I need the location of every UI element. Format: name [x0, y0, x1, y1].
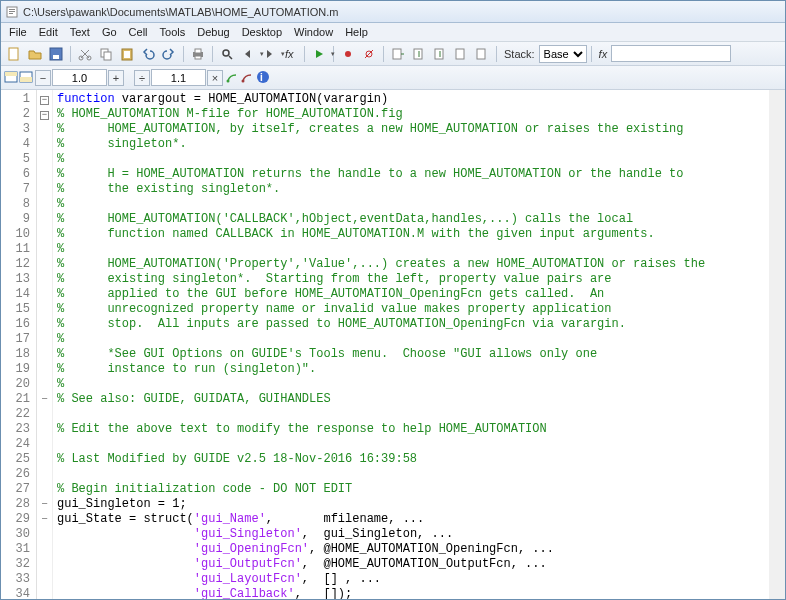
zoom-box-1[interactable] — [52, 69, 107, 86]
publish-settings-icon[interactable] — [240, 70, 254, 86]
code-line[interactable]: gui_Singleton = 1; — [57, 497, 765, 512]
menu-help[interactable]: Help — [339, 24, 374, 40]
fold-marker[interactable] — [37, 227, 52, 242]
code-line[interactable]: 'gui_LayoutFcn', [] , ... — [57, 572, 765, 587]
clear-breakpoint-icon[interactable] — [359, 44, 379, 64]
menu-cell[interactable]: Cell — [123, 24, 154, 40]
stack-select[interactable]: Base — [539, 45, 587, 63]
find-back-icon[interactable] — [238, 44, 258, 64]
code-line[interactable]: 'gui_Singleton', gui_Singleton, ... — [57, 527, 765, 542]
find-fwd-icon[interactable] — [259, 44, 279, 64]
code-line[interactable]: % Last Modified by GUIDE v2.5 18-Nov-201… — [57, 452, 765, 467]
fold-marker[interactable] — [37, 152, 52, 167]
save-icon[interactable] — [46, 44, 66, 64]
fold-marker[interactable] — [37, 527, 52, 542]
code-line[interactable]: % function named CALLBACK in HOME_AUTOMA… — [57, 227, 765, 242]
cell-mode-icon[interactable] — [4, 70, 18, 86]
fold-marker[interactable] — [37, 467, 52, 482]
fold-marker[interactable]: – — [37, 512, 52, 527]
vertical-scrollbar[interactable] — [769, 90, 785, 599]
fold-marker[interactable]: – — [37, 497, 52, 512]
code-line[interactable]: % Begin initialization code - DO NOT EDI… — [57, 482, 765, 497]
fold-marker[interactable]: − — [37, 92, 52, 107]
code-line[interactable]: function varargout = HOME_AUTOMATION(var… — [57, 92, 765, 107]
step-icon[interactable] — [388, 44, 408, 64]
fold-marker[interactable] — [37, 137, 52, 152]
fold-marker[interactable] — [37, 287, 52, 302]
help-icon[interactable]: i — [256, 70, 270, 86]
run-icon[interactable] — [309, 44, 329, 64]
code-line[interactable]: % existing singleton*. Starting from the… — [57, 272, 765, 287]
fold-marker[interactable]: – — [37, 392, 52, 407]
step-out-icon[interactable] — [430, 44, 450, 64]
fold-marker[interactable] — [37, 452, 52, 467]
exit-debug-icon[interactable] — [472, 44, 492, 64]
eval-cell-icon[interactable] — [19, 70, 33, 86]
fold-marker[interactable] — [37, 317, 52, 332]
fold-marker[interactable] — [37, 167, 52, 182]
fold-marker[interactable] — [37, 557, 52, 572]
zoom-box-2[interactable] — [151, 69, 206, 86]
undo-icon[interactable] — [138, 44, 158, 64]
code-line[interactable] — [57, 407, 765, 422]
code-line[interactable]: % — [57, 332, 765, 347]
code-line[interactable]: % applied to the GUI before HOME_AUTOMAT… — [57, 287, 765, 302]
code-line[interactable]: % See also: GUIDE, GUIDATA, GUIHANDLES — [57, 392, 765, 407]
code-line[interactable]: 'gui_Callback', []); — [57, 587, 765, 599]
fold-marker[interactable] — [37, 122, 52, 137]
fold-marker[interactable] — [37, 242, 52, 257]
code-line[interactable] — [57, 467, 765, 482]
fold-marker[interactable] — [37, 362, 52, 377]
fold-marker[interactable] — [37, 332, 52, 347]
fold-gutter[interactable]: −−––– — [37, 90, 53, 599]
code-line[interactable]: % — [57, 242, 765, 257]
code-line[interactable]: gui_State = struct('gui_Name', mfilename… — [57, 512, 765, 527]
fold-marker[interactable] — [37, 212, 52, 227]
menu-file[interactable]: File — [3, 24, 33, 40]
copy-icon[interactable] — [96, 44, 116, 64]
fold-marker[interactable] — [37, 302, 52, 317]
open-file-icon[interactable] — [25, 44, 45, 64]
set-breakpoint-icon[interactable] — [338, 44, 358, 64]
editor-area[interactable]: 1234567891011121314151617181920212223242… — [1, 90, 785, 599]
code-line[interactable]: % Edit the above text to modify the resp… — [57, 422, 765, 437]
fold-marker[interactable]: − — [37, 107, 52, 122]
fold-marker[interactable] — [37, 482, 52, 497]
redo-icon[interactable] — [159, 44, 179, 64]
paste-icon[interactable] — [117, 44, 137, 64]
code-line[interactable]: % the existing singleton*. — [57, 182, 765, 197]
fold-marker[interactable] — [37, 437, 52, 452]
code-line[interactable]: % — [57, 152, 765, 167]
menu-debug[interactable]: Debug — [191, 24, 235, 40]
fold-marker[interactable] — [37, 587, 52, 599]
code-line[interactable]: % unrecognized property name or invalid … — [57, 302, 765, 317]
fold-marker[interactable] — [37, 377, 52, 392]
code-line[interactable]: 'gui_OpeningFcn', @HOME_AUTOMATION_Openi… — [57, 542, 765, 557]
increment-zoom1[interactable]: + — [108, 70, 124, 86]
new-file-icon[interactable] — [4, 44, 24, 64]
code-line[interactable]: % HOME_AUTOMATION('CALLBACK',hObject,eve… — [57, 212, 765, 227]
code-line[interactable]: % *See GUI Options on GUIDE's Tools menu… — [57, 347, 765, 362]
menu-desktop[interactable]: Desktop — [236, 24, 288, 40]
fold-marker[interactable] — [37, 197, 52, 212]
code-line[interactable]: 'gui_OutputFcn', @HOME_AUTOMATION_Output… — [57, 557, 765, 572]
fold-marker[interactable] — [37, 257, 52, 272]
fold-marker[interactable] — [37, 572, 52, 587]
menu-text[interactable]: Text — [64, 24, 96, 40]
fold-marker[interactable] — [37, 422, 52, 437]
print-icon[interactable] — [188, 44, 208, 64]
code-line[interactable]: % HOME_AUTOMATION('Property','Value',...… — [57, 257, 765, 272]
menu-window[interactable]: Window — [288, 24, 339, 40]
fold-marker[interactable] — [37, 272, 52, 287]
fx-input[interactable] — [611, 45, 731, 62]
code-line[interactable]: % — [57, 197, 765, 212]
code-line[interactable] — [57, 437, 765, 452]
code-line[interactable]: % singleton*. — [57, 137, 765, 152]
multiply-zoom2[interactable]: × — [207, 70, 223, 86]
code-line[interactable]: % HOME_AUTOMATION M-file for HOME_AUTOMA… — [57, 107, 765, 122]
continue-icon[interactable] — [451, 44, 471, 64]
code-pane[interactable]: function varargout = HOME_AUTOMATION(var… — [53, 90, 769, 599]
cut-icon[interactable] — [75, 44, 95, 64]
fold-marker[interactable] — [37, 182, 52, 197]
fold-marker[interactable] — [37, 542, 52, 557]
